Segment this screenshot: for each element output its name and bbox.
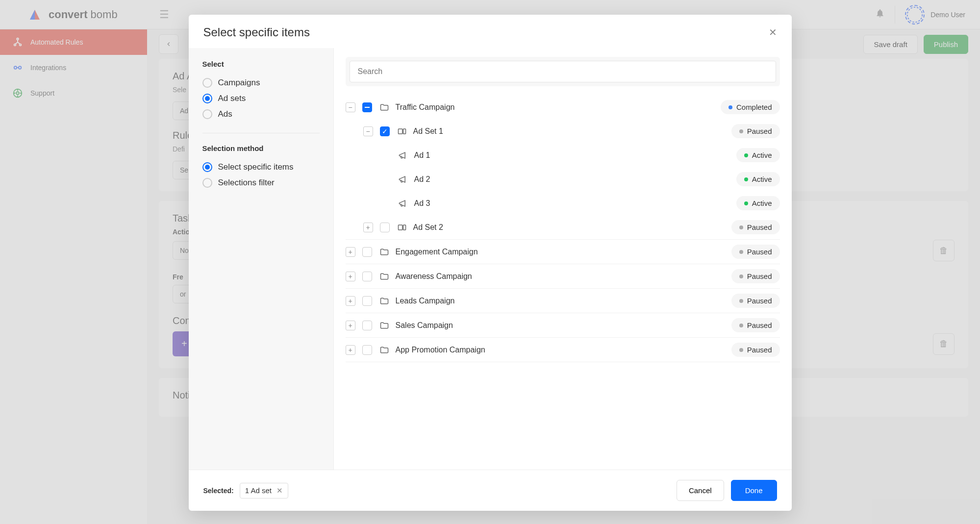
tree-node-ad[interactable]: Ad 2 Active [346, 167, 780, 191]
done-button[interactable]: Done [731, 480, 777, 501]
tree-node-adset[interactable]: + Ad Set 2 Paused [346, 215, 780, 240]
close-icon: ✕ [769, 27, 777, 38]
node-label: Leads Campaign [396, 297, 455, 305]
node-label: Awareness Campaign [396, 272, 472, 281]
tree-node-campaign[interactable]: + Sales Campaign Paused [346, 313, 780, 338]
collapse-icon[interactable]: − [363, 126, 373, 136]
radio-icon [202, 109, 212, 119]
tree-node-campaign[interactable]: + Engagement Campaign Paused [346, 240, 780, 264]
node-label: Ad 2 [414, 175, 430, 184]
status-badge: Paused [731, 294, 780, 308]
modal-title: Select specific items [203, 25, 310, 39]
checkbox[interactable] [362, 247, 372, 257]
radio-campaigns[interactable]: Campaigns [202, 75, 320, 91]
status-badge: Active [736, 172, 780, 186]
svg-rect-9 [403, 129, 405, 134]
expand-icon[interactable]: + [363, 223, 373, 232]
node-label: Ad 1 [414, 151, 430, 160]
radio-filter[interactable]: Selections filter [202, 175, 320, 191]
expand-icon[interactable]: + [346, 321, 355, 330]
radio-icon [202, 178, 212, 188]
select-label: Select [202, 60, 320, 68]
folder-icon [379, 102, 390, 113]
expand-icon[interactable]: + [346, 345, 355, 355]
adset-icon [397, 222, 407, 233]
method-label: Selection method [202, 144, 320, 152]
status-badge: Paused [731, 220, 780, 234]
tree-node-campaign[interactable]: + Awareness Campaign Paused [346, 264, 780, 289]
node-label: Ad Set 1 [413, 127, 443, 136]
folder-icon [379, 345, 390, 355]
radio-adsets[interactable]: Ad sets [202, 91, 320, 106]
status-badge: Active [736, 196, 780, 210]
tree-node-campaign[interactable]: + Leads Campaign Paused [346, 289, 780, 313]
checkbox[interactable] [362, 321, 372, 330]
folder-icon [379, 247, 390, 257]
node-label: Ad 3 [414, 199, 430, 208]
status-badge: Active [736, 148, 780, 162]
folder-icon [379, 271, 390, 282]
checkbox[interactable] [362, 272, 372, 281]
tree-node-ad[interactable]: Ad 1 Active [346, 143, 780, 167]
tree-node-campaign[interactable]: + App Promotion Campaign Paused [346, 338, 780, 362]
checkbox[interactable] [362, 296, 372, 306]
checkbox-checked[interactable]: ✓ [380, 126, 390, 136]
expand-icon[interactable]: + [346, 272, 355, 281]
svg-rect-8 [398, 129, 402, 134]
radio-icon [202, 78, 212, 88]
modal-main: − Traffic Campaign Completed − ✓ Ad Set … [334, 48, 792, 470]
status-badge: Paused [731, 343, 780, 357]
radio-icon [202, 162, 212, 172]
expand-icon[interactable]: + [346, 296, 355, 306]
checkbox-indeterminate[interactable] [362, 102, 372, 112]
radio-icon [202, 94, 212, 103]
status-badge: Completed [721, 100, 780, 114]
status-badge: Paused [731, 245, 780, 259]
radio-specific[interactable]: Select specific items [202, 159, 320, 175]
tree-node-campaign[interactable]: − Traffic Campaign Completed [346, 95, 780, 119]
chip-remove-icon[interactable]: ✕ [276, 486, 283, 495]
status-badge: Paused [731, 318, 780, 332]
status-badge: Paused [731, 124, 780, 138]
node-label: App Promotion Campaign [396, 346, 485, 354]
status-badge: Paused [731, 269, 780, 283]
folder-icon [379, 296, 390, 306]
cancel-button[interactable]: Cancel [677, 480, 724, 501]
megaphone-icon [398, 174, 408, 185]
modal-sidebar: Select Campaigns Ad sets Ads Selection m… [189, 48, 334, 470]
radio-ads[interactable]: Ads [202, 106, 320, 122]
selected-label: Selected: [203, 487, 234, 495]
adset-icon [397, 126, 407, 137]
expand-icon[interactable]: + [346, 247, 355, 257]
tree-node-adset[interactable]: − ✓ Ad Set 1 Paused [346, 119, 780, 143]
megaphone-icon [398, 198, 408, 209]
node-label: Traffic Campaign [396, 103, 455, 112]
tree-node-ad[interactable]: Ad 3 Active [346, 191, 780, 215]
checkbox[interactable] [362, 345, 372, 355]
node-label: Engagement Campaign [396, 248, 478, 256]
svg-rect-10 [398, 225, 402, 230]
select-items-modal: Select specific items ✕ Select Campaigns… [189, 15, 792, 511]
node-label: Sales Campaign [396, 321, 453, 330]
checkbox[interactable] [380, 223, 390, 232]
search-input[interactable] [350, 61, 776, 82]
svg-rect-11 [403, 225, 405, 230]
megaphone-icon [398, 150, 408, 161]
folder-icon [379, 320, 390, 331]
selected-chip: 1 Ad set ✕ [240, 483, 288, 499]
collapse-icon[interactable]: − [346, 102, 355, 112]
node-label: Ad Set 2 [413, 223, 443, 232]
search-container [346, 57, 780, 86]
close-button[interactable]: ✕ [769, 26, 777, 38]
